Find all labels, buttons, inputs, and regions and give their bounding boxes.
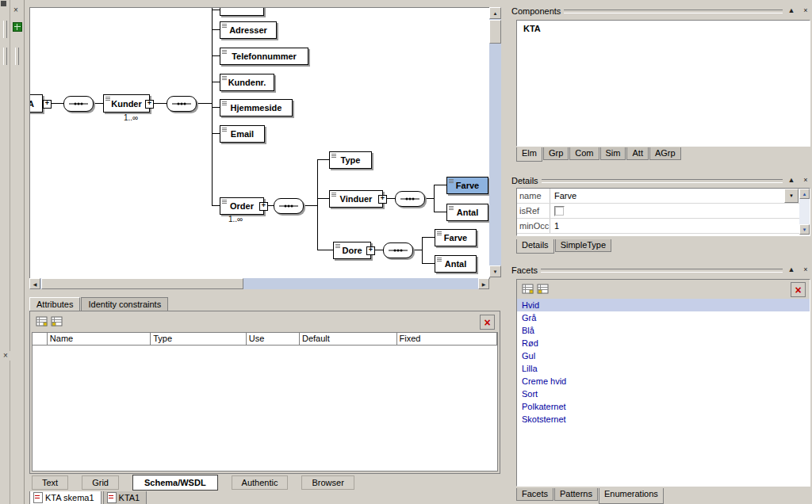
field-value-isref[interactable] (550, 204, 810, 218)
scroll-up-button[interactable]: ▲ (799, 189, 810, 199)
facet-item-skotsternet[interactable]: Skotsternet (517, 413, 810, 426)
facet-item-polkaternet[interactable]: Polkaternet (517, 400, 810, 413)
facet-item-sort[interactable]: Sort (517, 388, 810, 400)
facet-item-bl[interactable]: Blå (517, 324, 810, 337)
file-tabs-kta1[interactable]: KTA1 (103, 491, 147, 504)
delete-facet-button[interactable]: × (791, 282, 806, 297)
element-node-kunder[interactable]: Kunder (103, 94, 150, 113)
dock-close-button-top[interactable]: × (11, 6, 21, 15)
scroll-down-button[interactable]: ▼ (489, 265, 501, 277)
sequence-compositor-icon[interactable] (395, 191, 425, 207)
facet-item-creme-hvid[interactable]: Creme hvid (517, 375, 810, 388)
rail-grip[interactable] (15, 48, 19, 65)
rail-grip[interactable] (3, 48, 7, 65)
scroll-left-button[interactable]: ◀ (29, 278, 40, 289)
comp-tabs-com[interactable]: Com (569, 147, 599, 160)
element-node-antal[interactable]: Antal (446, 204, 488, 221)
dock-close-button-bottom[interactable]: × (1, 351, 10, 361)
element-node-type[interactable]: Type (329, 151, 372, 169)
element-node-email[interactable]: Email (220, 125, 265, 143)
sequence-compositor-icon[interactable] (63, 96, 94, 112)
file-tabs-kta-skema1[interactable]: KTA skema1 (29, 491, 102, 504)
sequence-compositor-icon[interactable] (274, 198, 304, 214)
element-node-label: Antal (445, 259, 467, 269)
comp-tabs-sim[interactable]: Sim (600, 147, 626, 160)
components-list[interactable]: KTA (516, 20, 810, 147)
element-node-kta[interactable]: KTA (29, 94, 43, 113)
attr-tabs-identity-constraints[interactable]: Identity constraints (81, 297, 168, 311)
facet-item-hvid[interactable]: Hvid (517, 299, 810, 311)
scroll-up-button[interactable]: ▲ (489, 7, 501, 19)
view-tabs-text[interactable]: Text (32, 475, 68, 490)
schema-diagram-canvas[interactable]: KTAKunder1..∞AdresserTelefonnummerKunden… (29, 7, 490, 279)
element-node-telefonnummer[interactable]: Telefonnummer (220, 48, 308, 65)
scroll-right-button[interactable]: ▶ (478, 278, 489, 289)
det-tabs-simpletype[interactable]: SimpleType (555, 239, 611, 252)
view-tabs-browser[interactable]: Browser (301, 475, 354, 490)
element-node-order[interactable]: Order (220, 197, 264, 215)
components-close-button[interactable]: × (800, 6, 811, 17)
insert-row-icon[interactable] (50, 315, 64, 328)
element-node-vinduer[interactable]: Vinduer (329, 190, 383, 208)
vertical-scroll-thumb[interactable] (489, 20, 501, 44)
scroll-down-button[interactable]: ▼ (799, 224, 810, 235)
comp-tabs-elm[interactable]: Elm (516, 147, 542, 162)
fac-tabs-enumerations[interactable]: Enumerations (599, 488, 664, 504)
element-node-hjemmeside[interactable]: Hjemmeside (220, 99, 293, 116)
view-tabs-authentic[interactable]: Authentic (232, 475, 289, 490)
details-scrollbar[interactable]: ▲ ▼ (799, 189, 810, 235)
field-value-minocc[interactable]: 1 (550, 219, 810, 233)
field-value-name[interactable]: Farve▼ (550, 189, 810, 203)
fac-tabs-facets[interactable]: Facets (516, 488, 553, 501)
facet-item-lilla[interactable]: Lilla (517, 362, 810, 375)
comp-tabs-grp[interactable]: Grp (543, 147, 569, 160)
element-node-farve[interactable]: Farve (446, 177, 488, 194)
component-item-kta[interactable]: KTA (517, 21, 810, 36)
column-header-name[interactable]: Name (48, 333, 151, 345)
details-close-button[interactable]: × (800, 175, 811, 186)
facet-item-gr[interactable]: Grå (517, 311, 810, 324)
facet-item-gul[interactable]: Gul (517, 349, 810, 362)
element-node-kundenr[interactable]: Kundenr. (220, 74, 274, 91)
facets-close-button[interactable]: × (800, 265, 811, 276)
facet-item-r-d[interactable]: Rød (517, 337, 810, 349)
element-node-antal[interactable]: Antal (435, 255, 477, 273)
comp-tabs-att[interactable]: Att (626, 147, 648, 160)
insert-row-icon[interactable] (536, 283, 550, 296)
horizontal-scroll-thumb[interactable] (41, 278, 243, 289)
sequence-compositor-icon[interactable] (383, 242, 413, 258)
column-header-type[interactable]: Type (151, 333, 247, 345)
expand-button[interactable]: + (378, 195, 387, 204)
isref-checkbox[interactable] (554, 206, 565, 216)
facet-value-list[interactable]: HvidGråBlåRødGulLillaCreme hvidSortPolka… (517, 299, 810, 486)
components-pin-button[interactable]: ▲ (786, 6, 797, 17)
element-node-dore[interactable]: Dore (333, 242, 371, 259)
element-node-clipped-top[interactable] (220, 7, 264, 16)
column-header-use[interactable]: Use (247, 333, 300, 345)
diagram-vertical-scrollbar[interactable]: ▲ ▼ (489, 7, 501, 277)
expand-button[interactable]: + (259, 202, 268, 211)
delete-attribute-button[interactable]: × (480, 315, 495, 330)
combobox-dropdown-button[interactable]: ▼ (784, 189, 799, 203)
attr-tabs-attributes[interactable]: Attributes (29, 297, 80, 311)
design-view-icon[interactable] (13, 22, 22, 32)
expand-button[interactable]: + (366, 246, 375, 255)
facets-pin-button[interactable]: ▲ (786, 265, 797, 276)
append-row-icon[interactable] (35, 315, 49, 328)
view-tabs-grid[interactable]: Grid (82, 475, 119, 490)
expand-button[interactable]: + (43, 100, 52, 109)
append-row-icon[interactable] (521, 283, 535, 296)
fac-tabs-patterns[interactable]: Patterns (554, 488, 598, 501)
view-tabs-schema-wsdl[interactable]: Schema/WSDL (132, 475, 218, 491)
details-pin-button[interactable]: ▲ (786, 175, 797, 186)
column-header-default[interactable]: Default (300, 333, 397, 345)
element-node-farve[interactable]: Farve (435, 229, 477, 246)
comp-tabs-agrp[interactable]: AGrp (649, 147, 681, 160)
column-header-fixed[interactable]: Fixed (397, 333, 497, 345)
diagram-horizontal-scrollbar[interactable]: ◀ ▶ (29, 278, 489, 289)
expand-button[interactable]: + (145, 100, 154, 109)
rail-grip[interactable] (3, 21, 7, 38)
det-tabs-details[interactable]: Details (516, 239, 554, 254)
element-node-adresser[interactable]: Adresser (220, 21, 277, 39)
sequence-compositor-icon[interactable] (167, 96, 197, 112)
